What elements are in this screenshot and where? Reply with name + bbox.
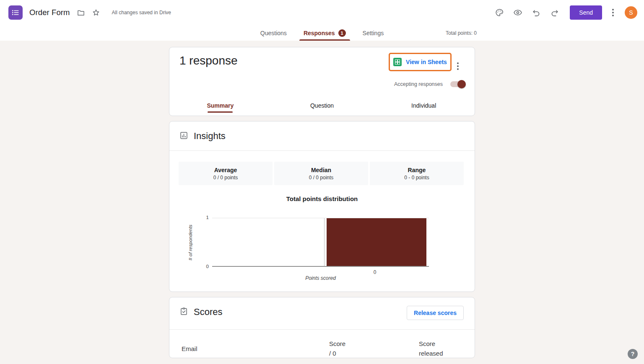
top-bar: Order Form All changes saved in Drive Se…: [0, 0, 644, 25]
column-header-score-released: Score released: [419, 339, 443, 358]
accepting-responses-label: Accepting responses: [394, 81, 443, 87]
chart-bar: [327, 218, 426, 266]
stat-range: Range 0 - 0 points: [370, 162, 464, 185]
chart-title: Total points distribution: [169, 195, 475, 202]
accepting-responses-toggle[interactable]: [450, 81, 465, 87]
responses-more-options-icon[interactable]: [453, 62, 463, 70]
preview-eye-icon[interactable]: [513, 8, 523, 18]
save-status: All changes saved in Drive: [112, 10, 171, 15]
responses-count-badge: 1: [338, 29, 346, 37]
star-icon[interactable]: [92, 8, 100, 17]
help-button[interactable]: ?: [628, 349, 638, 359]
view-in-sheets-highlight-box: View in Sheets: [389, 53, 452, 71]
response-summary-card: 1 response View in Sheets Accepting resp…: [169, 47, 475, 116]
undo-icon[interactable]: [531, 8, 541, 18]
tab-questions[interactable]: Questions: [260, 25, 288, 41]
release-scores-button[interactable]: Release scores: [407, 306, 464, 320]
theme-palette-icon[interactable]: [494, 8, 504, 18]
insights-card: Insights Average 0 / 0 points Median 0 /…: [169, 121, 475, 292]
column-header-email: Email: [182, 344, 197, 354]
stat-median: Median 0 / 0 points: [274, 162, 368, 185]
scores-title: Scores: [194, 307, 222, 318]
y-tick-0: 0: [199, 264, 209, 269]
document-title[interactable]: Order Form: [29, 8, 70, 17]
active-tab-underline: [299, 39, 350, 41]
insights-stats-row: Average 0 / 0 points Median 0 / 0 points…: [179, 162, 464, 185]
chart-y-axis-label: # of respondents: [182, 218, 199, 267]
chart-plot-area: [212, 218, 429, 267]
active-subtab-underline: [208, 111, 233, 113]
subtab-individual[interactable]: Individual: [373, 96, 475, 116]
chart-x-axis-label: Points scored: [212, 275, 429, 281]
insights-header-divider: [169, 150, 475, 151]
scores-header-divider: [169, 329, 475, 330]
chart-vertical-gridline: [324, 218, 325, 266]
google-sheets-icon: [393, 58, 402, 66]
accepting-responses-row: Accepting responses: [394, 81, 465, 87]
y-tick-1: 1: [199, 215, 209, 220]
view-in-sheets-button[interactable]: View in Sheets: [393, 58, 447, 66]
response-count-title: 1 response: [179, 54, 238, 67]
toggle-knob: [457, 80, 466, 88]
total-points-label: Total points: 0: [446, 25, 477, 41]
more-options-icon[interactable]: [608, 9, 618, 16]
response-view-subtabs: Summary Question Individual: [169, 96, 475, 116]
move-folder-icon[interactable]: [77, 8, 85, 17]
stat-average: Average 0 / 0 points: [179, 162, 273, 185]
tab-responses[interactable]: Responses 1: [303, 25, 347, 41]
insights-chart-icon: [179, 131, 188, 142]
subtab-summary[interactable]: Summary: [169, 96, 271, 116]
forms-logo-icon[interactable]: [8, 5, 23, 20]
x-tick-0: 0: [370, 269, 380, 275]
insights-title: Insights: [194, 131, 226, 142]
tab-settings[interactable]: Settings: [362, 25, 385, 41]
page-content: 1 response View in Sheets Accepting resp…: [0, 41, 644, 358]
send-button[interactable]: Send: [570, 5, 602, 20]
insights-header: Insights: [169, 121, 475, 151]
main-tab-bar: Questions Responses 1 Settings Total poi…: [0, 25, 644, 41]
column-header-score: Score / 0: [329, 339, 345, 358]
redo-icon[interactable]: [550, 8, 560, 18]
scores-clipboard-check-icon: [179, 307, 188, 318]
account-avatar[interactable]: S: [625, 6, 637, 19]
scores-card: Scores Release scores Email Score / 0 Sc…: [169, 297, 475, 358]
subtab-question[interactable]: Question: [271, 96, 373, 116]
